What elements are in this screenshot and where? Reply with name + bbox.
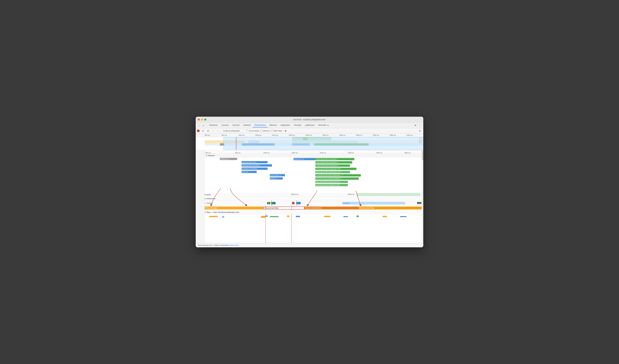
inspect-icon[interactable]: ⬚ bbox=[197, 123, 201, 127]
screenshots-label: Screenshots bbox=[249, 130, 259, 132]
net-bar-perfjs[interactable]: perf.js (l...) bbox=[270, 177, 283, 180]
maximize-button[interactable] bbox=[204, 118, 206, 121]
screenshots-checkbox[interactable] bbox=[246, 130, 249, 132]
status-text: Total blocking time: 0.00ms (estimated) bbox=[198, 244, 229, 246]
clear-icon[interactable]: ⊘ bbox=[206, 129, 210, 133]
network-section: ▼ Network localhost.phi... opensans-lati… bbox=[205, 154, 422, 190]
ruler-labels: 494 ms 994 ms 1494 ms 1994 ms 2494 ms 29… bbox=[205, 134, 423, 136]
tab-network[interactable]: Network bbox=[241, 123, 253, 127]
device-icon[interactable]: ▭ bbox=[202, 123, 205, 127]
fps-label: FPS bbox=[419, 138, 422, 139]
net-bar-bootstrap[interactable]: bootstrap.css (localhos... bbox=[241, 168, 267, 170]
url-dropdown-icon[interactable]: ▾ bbox=[243, 130, 244, 132]
net-bar-tokyo[interactable]: tokyo.jpg (localhost.philipwalton.dev) bbox=[315, 181, 348, 183]
tab-performance[interactable]: Performance bbox=[253, 123, 268, 127]
settings-icon[interactable]: ⚙ bbox=[414, 123, 417, 127]
tab-elements[interactable]: Elements bbox=[207, 123, 219, 127]
reload-icon[interactable]: ↺ bbox=[201, 129, 205, 133]
scrollbar[interactable] bbox=[422, 150, 423, 243]
ruler-label-1: 994 ms bbox=[221, 134, 238, 136]
lcp-badge: LCP bbox=[417, 202, 421, 204]
tab-lighthouse[interactable]: Lighthouse bbox=[303, 123, 316, 127]
timeline-ruler2: 494 ms 994 ms 1494 ms 1994 ms 2494 ms 29… bbox=[205, 150, 422, 154]
ttfb-bar: Time to first byte bbox=[205, 207, 263, 210]
frames-row: Frames 1050.0 ms 500.0 ms bbox=[205, 193, 422, 197]
network-row-2: opensans-latin-400.w... bbox=[205, 161, 422, 164]
scrollbar-thumb[interactable] bbox=[422, 151, 423, 160]
network-row-3: opensans-latin-700.woff2 (l... bbox=[205, 164, 422, 167]
timings-label: ▼ Timings bbox=[205, 202, 213, 204]
memory-checkbox[interactable] bbox=[260, 130, 263, 132]
timing-fcp: FCP bbox=[271, 202, 276, 204]
overview-labels: FPS CPU NET bbox=[419, 138, 422, 143]
net-bar-london2[interactable]: london.jpg (localhost.philipwalto...) bbox=[315, 161, 352, 164]
net-bar-amsterdam[interactable]: amsterdam.jpg (localhost.philipwalton...… bbox=[315, 174, 361, 177]
net-bar-maincss[interactable]: main.css ... bbox=[241, 171, 257, 173]
activity-bar-9 bbox=[343, 216, 348, 217]
ellipsis-row: ··· bbox=[205, 190, 422, 193]
learn-more-link[interactable]: Learn more bbox=[229, 244, 239, 246]
dashed-vline-1 bbox=[271, 200, 272, 206]
frames-time1: 1050.0 ms bbox=[291, 194, 298, 195]
overview-area[interactable]: FPS CPU NET bbox=[196, 137, 423, 150]
toolbar-icons: ⬚ ▭ bbox=[197, 123, 205, 127]
tab-memory[interactable]: Memory bbox=[268, 123, 279, 127]
net-bar-venice[interactable]: venice.jpg (localhost.philipwalton.dev) bbox=[315, 168, 357, 170]
net-bar-bangkok[interactable]: bangkok.jpg (localhost.philipwalt...) bbox=[315, 165, 350, 167]
activity-bar-12 bbox=[400, 216, 407, 217]
minimize-button[interactable] bbox=[201, 118, 203, 121]
ruler-label-5: 2994 ms bbox=[289, 134, 305, 136]
ruler-label-8: 4494 ms bbox=[339, 134, 356, 136]
url-text: localhost.philipwalton.... bbox=[223, 130, 242, 132]
frames-label: Frames bbox=[205, 194, 211, 196]
ruler-label-10: 5494 ms bbox=[373, 134, 390, 136]
tab-recorder[interactable]: Recorder ▲ bbox=[316, 123, 331, 127]
download-icon[interactable]: ↓ bbox=[216, 129, 220, 133]
net-bar-sydney[interactable]: sydney.jpg (localhost.philipwalton.dev) bbox=[315, 171, 350, 173]
status-bar: Total blocking time: 0.00ms (estimated) … bbox=[196, 243, 423, 247]
ruler-label-7: 3994 ms bbox=[322, 134, 339, 136]
net-bar-opensans400[interactable]: opensans-latin-400.w... bbox=[241, 161, 267, 163]
timeline-area: 494 ms 994 ms 1494 ms 1994 ms 2494 ms 29… bbox=[205, 150, 422, 243]
net-bar-sanfrancisco[interactable]: san-francisco.jpg (localhost.philipwalt.… bbox=[315, 177, 359, 180]
tab-security[interactable]: Security bbox=[292, 123, 303, 127]
net-bar-london1[interactable]: london.jpg (localhost.philipwalto...) bbox=[315, 158, 354, 160]
tab-application[interactable]: Application bbox=[279, 123, 292, 127]
devtools-window: DevTools - localhost.philipwalton.dev/ ⬚… bbox=[196, 117, 423, 247]
screenshots-checkbox-group: Screenshots bbox=[246, 130, 259, 132]
ruler-label-11: 5994 ms bbox=[390, 134, 406, 136]
ruler-label-2: 1494 ms bbox=[238, 134, 255, 136]
memory-checkbox-group: Memory bbox=[260, 130, 270, 132]
title-bar: DevTools - localhost.philipwalton.dev/ bbox=[196, 117, 423, 123]
activity-bar-10 bbox=[357, 215, 359, 217]
web-vitals-checkbox-group: Web Vitals bbox=[271, 130, 282, 132]
net-bar-photos[interactable]: photos.json (lo... bbox=[294, 158, 315, 160]
activity-bar-11 bbox=[383, 216, 387, 217]
net-bar-mainjs[interactable]: main.js (local...) bbox=[270, 174, 285, 176]
ruler-label-12: 6494 ms bbox=[407, 134, 423, 136]
tab-console[interactable]: Console bbox=[219, 123, 230, 127]
upload-icon[interactable]: ↑ bbox=[211, 129, 215, 133]
close-button[interactable] bbox=[198, 118, 200, 121]
animation-bar[interactable]: Animation bbox=[342, 202, 405, 204]
ruler-label-3: 1994 ms bbox=[255, 134, 272, 136]
net-bar-paris[interactable]: paris.jpg (localhost.philipwalton.dev) bbox=[315, 184, 348, 186]
activity-bar-4 bbox=[266, 215, 267, 217]
tab-sources[interactable]: Sources bbox=[230, 123, 241, 127]
record-button[interactable] bbox=[197, 129, 200, 132]
web-vitals-checkbox[interactable] bbox=[271, 130, 273, 132]
interactions-row: ▶ Interactions bbox=[205, 197, 422, 200]
activity-bar-1 bbox=[209, 216, 218, 217]
timings-row: ▼ Timings FP FCP L DCL Animation LCP bbox=[205, 200, 422, 206]
network-header[interactable]: ▼ Network bbox=[205, 154, 422, 157]
main-section-header: ▼ Main — https://localhost.philipwalton.… bbox=[205, 210, 422, 214]
network-arrow: ▼ bbox=[206, 155, 207, 156]
main-content: 494 ms 994 ms 1494 ms 1994 ms 2494 ms 29… bbox=[196, 150, 423, 243]
delete-icon[interactable]: 🗑 bbox=[283, 129, 287, 133]
settings-perf-icon[interactable]: ⚙ bbox=[418, 129, 422, 133]
url-field[interactable]: localhost.philipwalton.... ▾ bbox=[222, 129, 245, 132]
activity-bar-6 bbox=[287, 215, 289, 217]
more-icon[interactable]: ⋮ bbox=[418, 123, 422, 127]
net-bar-opensans700[interactable]: opensans-latin-700.woff2 (l... bbox=[241, 164, 272, 167]
dashed-vline-2 bbox=[296, 200, 297, 206]
